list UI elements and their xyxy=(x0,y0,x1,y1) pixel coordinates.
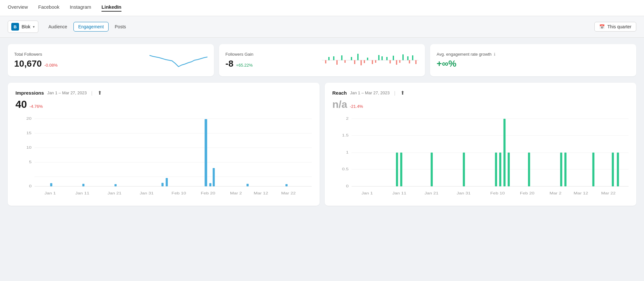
impressions-date: Jan 1 – Mar 27, 2023 xyxy=(47,90,87,95)
svg-rect-13 xyxy=(412,55,413,60)
toolbar: B Blok ▾ Audience Engagement Posts 📅 Thi… xyxy=(0,16,644,38)
followers-gain-card: Followers Gain -8 +65.22% xyxy=(219,44,425,76)
nav-overview[interactable]: Overview xyxy=(8,4,28,12)
svg-rect-10 xyxy=(393,56,394,60)
svg-text:Mar 22: Mar 22 xyxy=(281,191,296,195)
svg-rect-79 xyxy=(611,153,614,186)
svg-text:Jan 11: Jan 11 xyxy=(75,191,89,195)
svg-rect-47 xyxy=(285,184,288,186)
tab-posts[interactable]: Posts xyxy=(110,22,131,32)
svg-text:Feb 10: Feb 10 xyxy=(490,191,505,195)
impressions-value: 40 xyxy=(15,98,27,110)
svg-rect-18 xyxy=(360,60,362,65)
svg-rect-80 xyxy=(617,153,619,186)
svg-rect-20 xyxy=(372,60,373,64)
account-name: Blok xyxy=(22,24,30,29)
svg-text:Jan 31: Jan 31 xyxy=(140,191,154,195)
reach-export-button[interactable]: ⬆ xyxy=(400,89,405,97)
reach-header: Reach Jan 1 – Mar 27, 2023 | ⬆ xyxy=(332,89,629,97)
svg-text:Mar 12: Mar 12 xyxy=(254,191,268,195)
svg-text:Jan 31: Jan 31 xyxy=(457,191,470,195)
tab-group: Audience Engagement Posts xyxy=(43,22,131,32)
impressions-svg: 20 15 10 5 0 xyxy=(15,116,312,199)
svg-text:Feb 20: Feb 20 xyxy=(520,191,534,195)
account-selector[interactable]: B Blok ▾ xyxy=(8,21,38,33)
charts-row: Impressions Jan 1 – Mar 27, 2023 | ⬆ 40 … xyxy=(8,83,636,206)
nav-facebook[interactable]: Facebook xyxy=(38,4,60,12)
svg-rect-8 xyxy=(381,56,383,60)
impressions-value-row: 40 -4.76% xyxy=(15,98,312,110)
svg-rect-67 xyxy=(396,153,398,186)
svg-text:Mar 22: Mar 22 xyxy=(601,191,615,195)
svg-text:Mar 12: Mar 12 xyxy=(573,191,588,195)
svg-rect-42 xyxy=(166,178,168,186)
reach-date: Jan 1 – Mar 27, 2023 xyxy=(350,90,390,95)
svg-text:0: 0 xyxy=(346,184,348,188)
avg-engagement-value: +∞% xyxy=(437,59,495,69)
reach-divider: | xyxy=(394,90,395,96)
impressions-change: -4.76% xyxy=(30,104,43,109)
reach-change: -21.4% xyxy=(350,104,363,109)
svg-text:Jan 21: Jan 21 xyxy=(108,191,121,195)
total-followers-label: Total Followers xyxy=(14,52,58,57)
svg-text:Mar 2: Mar 2 xyxy=(549,191,561,195)
linkedin-icon: B xyxy=(11,23,19,31)
chevron-down-icon: ▾ xyxy=(33,25,35,29)
svg-rect-16 xyxy=(344,60,346,63)
svg-rect-17 xyxy=(354,60,355,64)
svg-rect-75 xyxy=(528,153,530,186)
followers-gain-label: Followers Gain xyxy=(226,52,254,57)
reach-card: Reach Jan 1 – Mar 27, 2023 | ⬆ n/a -21.4… xyxy=(325,83,637,206)
impressions-title: Impressions xyxy=(15,90,44,96)
total-followers-value: 10,670 -0.08% xyxy=(14,59,58,69)
total-followers-left: Total Followers 10,670 -0.08% xyxy=(14,52,58,69)
total-followers-card: Total Followers 10,670 -0.08% xyxy=(8,44,214,76)
main-content: Total Followers 10,670 -0.08% Followers … xyxy=(0,38,644,212)
svg-text:20: 20 xyxy=(26,117,32,121)
reach-title: Reach xyxy=(332,90,347,96)
svg-text:Jan 21: Jan 21 xyxy=(424,191,438,195)
quarter-button[interactable]: 📅 This quarter xyxy=(594,22,636,32)
svg-rect-39 xyxy=(82,184,85,186)
svg-rect-4 xyxy=(351,57,352,60)
svg-rect-43 xyxy=(205,119,207,186)
reach-chart-area: 2 1.5 1 0.5 0 xyxy=(332,116,629,199)
svg-text:Mar 2: Mar 2 xyxy=(230,191,242,195)
svg-rect-68 xyxy=(400,153,402,186)
svg-text:5: 5 xyxy=(29,160,32,164)
svg-rect-46 xyxy=(246,184,249,186)
info-icon: ℹ xyxy=(494,52,495,57)
svg-rect-23 xyxy=(396,60,397,65)
svg-rect-3 xyxy=(341,55,342,60)
svg-rect-1 xyxy=(328,57,330,60)
nav-linkedin[interactable]: LinkedIn xyxy=(101,4,121,12)
impressions-header: Impressions Jan 1 – Mar 27, 2023 | ⬆ xyxy=(15,89,312,97)
tab-engagement[interactable]: Engagement xyxy=(73,22,109,32)
quarter-label: This quarter xyxy=(607,24,631,29)
followers-gain-value: -8 +65.22% xyxy=(226,59,254,69)
nav-instagram[interactable]: Instagram xyxy=(70,4,91,12)
toolbar-left: B Blok ▾ Audience Engagement Posts xyxy=(8,21,131,33)
svg-text:0.5: 0.5 xyxy=(342,167,348,171)
svg-rect-78 xyxy=(592,153,594,186)
svg-text:2: 2 xyxy=(346,117,348,121)
svg-rect-15 xyxy=(336,60,338,65)
svg-rect-45 xyxy=(213,168,215,186)
reach-svg: 2 1.5 1 0.5 0 xyxy=(332,116,629,199)
svg-rect-74 xyxy=(507,153,510,186)
svg-rect-6 xyxy=(367,58,368,60)
svg-rect-11 xyxy=(402,54,404,60)
toolbar-right: 📅 This quarter xyxy=(594,22,636,32)
svg-rect-21 xyxy=(375,60,376,63)
avg-engagement-card: Avg. engagement rate growth ℹ +∞% xyxy=(430,44,636,76)
reach-value: n/a xyxy=(332,98,347,110)
impressions-export-button[interactable]: ⬆ xyxy=(97,89,102,97)
avg-engagement-left: Avg. engagement rate growth ℹ +∞% xyxy=(437,52,495,69)
svg-rect-41 xyxy=(161,183,164,186)
top-nav: Overview Facebook Instagram LinkedIn xyxy=(0,0,644,16)
svg-rect-14 xyxy=(325,60,326,63)
followers-gain-change: +65.22% xyxy=(236,63,253,68)
svg-rect-25 xyxy=(409,60,410,63)
tab-audience[interactable]: Audience xyxy=(43,22,72,32)
svg-rect-38 xyxy=(50,183,53,186)
